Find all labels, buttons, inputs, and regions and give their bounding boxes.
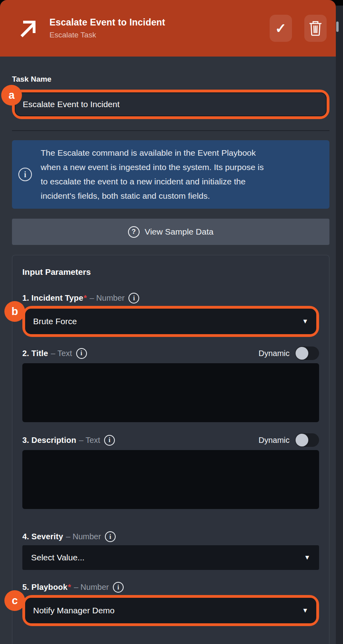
param-type: – Number <box>90 294 125 303</box>
task-name-input[interactable] <box>23 93 319 115</box>
info-line: The Escalate command is available in the… <box>41 146 264 160</box>
task-name-annotation: a <box>12 90 329 119</box>
playbook-value: Notify Manager Demo <box>33 606 114 615</box>
param-name: 2. Title <box>22 349 48 358</box>
view-sample-data-label: View Sample Data <box>145 227 213 237</box>
info-line: incident's fields, both static and custo… <box>41 189 264 203</box>
param-label-row-description: 3. Description – Text i Dynamic <box>22 433 319 447</box>
task-subtitle: Escalate Task <box>49 31 165 39</box>
task-config-panel: Escalate Event to Incident Escalate Task… <box>0 0 343 644</box>
description-info-box: i The Escalate command is available in t… <box>12 140 329 209</box>
dynamic-label: Dynamic <box>258 436 290 445</box>
task-name-label: Task Name <box>12 75 329 84</box>
info-icon[interactable]: i <box>76 348 87 359</box>
param-label-row-playbook: 5. Playbook * – Number i <box>22 582 319 593</box>
confirm-button[interactable]: ✓ <box>270 15 292 42</box>
escalate-task-panel: Escalate Event to Incident Escalate Task… <box>0 0 336 644</box>
toggle-knob <box>296 347 308 360</box>
chevron-down-icon: ▼ <box>302 318 308 325</box>
annotation-badge-b: b <box>4 301 25 322</box>
playbook-annotation: c Notify Manager Demo ▼ <box>22 595 319 626</box>
input-parameters-title: Input Parameters <box>22 267 319 277</box>
info-icon[interactable]: i <box>105 531 116 542</box>
info-icon[interactable]: i <box>128 293 139 303</box>
scrollbar-track[interactable] <box>336 6 343 644</box>
info-icon[interactable]: i <box>104 435 115 446</box>
required-asterisk: * <box>84 294 87 303</box>
param-type: – Text <box>51 349 72 358</box>
view-sample-data-button[interactable]: ? View Sample Data <box>12 219 329 245</box>
param-label-row-incident-type: 1. Incident Type * – Number i <box>22 293 319 303</box>
severity-dropdown[interactable]: Select Value... ▼ <box>22 545 319 570</box>
header-titles: Escalate Event to Incident Escalate Task <box>49 17 165 39</box>
task-title: Escalate Event to Incident <box>49 17 165 28</box>
info-icon: i <box>18 168 32 181</box>
chevron-down-icon: ▼ <box>304 554 310 561</box>
playbook-dropdown[interactable]: Notify Manager Demo ▼ <box>25 598 316 623</box>
info-line: to escalate the event to a new incident … <box>41 174 264 189</box>
param-type: – Number <box>66 532 101 541</box>
description-dynamic-toggle[interactable] <box>295 433 319 447</box>
trash-icon <box>309 21 322 36</box>
incident-type-annotation: b Brute Force ▼ <box>22 306 319 337</box>
incident-type-dropdown[interactable]: Brute Force ▼ <box>25 309 316 334</box>
delete-button[interactable] <box>304 15 327 42</box>
chevron-down-icon: ▼ <box>302 607 308 614</box>
checkmark-icon: ✓ <box>275 22 287 35</box>
severity-value: Select Value... <box>31 553 85 562</box>
annotation-badge-c: c <box>4 590 25 611</box>
param-name: 3. Description <box>22 436 76 445</box>
required-asterisk: * <box>68 583 71 592</box>
incident-type-value: Brute Force <box>33 317 77 326</box>
param-label-row-title: 2. Title – Text i Dynamic <box>22 346 319 360</box>
param-name: 4. Severity <box>22 532 63 541</box>
param-label-row-severity: 4. Severity – Number i <box>22 531 319 542</box>
title-dynamic-toggle[interactable] <box>295 346 319 360</box>
title-textarea[interactable] <box>22 363 319 422</box>
description-textarea[interactable] <box>22 450 319 509</box>
escalate-arrow-icon <box>18 18 39 39</box>
input-parameters-card: Input Parameters 1. Incident Type * – Nu… <box>12 255 329 644</box>
dynamic-label: Dynamic <box>258 349 290 358</box>
info-icon[interactable]: i <box>113 582 124 593</box>
toggle-knob <box>296 434 308 446</box>
annotation-badge-a: a <box>1 85 22 106</box>
param-type: – Number <box>74 583 109 592</box>
info-line: when a new event is ingested into the sy… <box>41 160 264 174</box>
param-name: 1. Incident Type <box>22 294 83 303</box>
question-icon: ? <box>128 226 140 238</box>
scrollbar-thumb[interactable] <box>336 22 339 32</box>
param-name: 5. Playbook <box>22 583 67 592</box>
panel-header: Escalate Event to Incident Escalate Task… <box>0 0 336 57</box>
info-box-text: The Escalate command is available in the… <box>41 146 264 203</box>
param-type: – Text <box>79 436 100 445</box>
divider <box>12 130 329 131</box>
panel-body: Task Name a i The Escalate command is av… <box>0 75 336 644</box>
